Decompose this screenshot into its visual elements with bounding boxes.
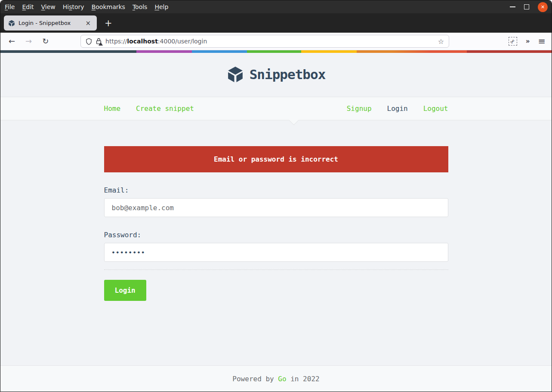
snippetbox-favicon-icon xyxy=(8,20,15,27)
minimize-button[interactable] xyxy=(510,6,515,7)
navigation-toolbar: ← → ↻ https://localhost:4000/user/login … xyxy=(0,33,552,50)
browser-window: File Edit View History Bookmarks Tools H… xyxy=(0,0,552,392)
nav-left-group: Home Create snippet xyxy=(104,104,194,113)
email-label: Email: xyxy=(104,186,448,194)
close-tab-icon[interactable]: × xyxy=(83,19,93,27)
toolbar-right-icons: ✂ » ≡ xyxy=(509,36,546,46)
url-host: localhost xyxy=(127,38,158,45)
nav-link-create-snippet[interactable]: Create snippet xyxy=(136,104,194,113)
lock-warning-icon[interactable] xyxy=(96,38,102,45)
flash-error-banner: Email or password is incorrect xyxy=(104,146,448,172)
nav-link-signup[interactable]: Signup xyxy=(347,104,372,113)
go-link[interactable]: Go xyxy=(278,375,286,383)
menu-file[interactable]: File xyxy=(5,0,15,13)
main-content: Email or password is incorrect Email: Pa… xyxy=(0,120,552,365)
tab-title: Login - Snippetbox xyxy=(19,20,80,26)
tab-login-snippetbox[interactable]: Login - Snippetbox × xyxy=(4,15,97,31)
site-nav: Home Create snippet Signup Login Logout xyxy=(0,97,552,120)
login-button[interactable]: Login xyxy=(104,280,146,301)
password-field[interactable] xyxy=(104,243,448,262)
back-button[interactable]: ← xyxy=(6,37,17,45)
new-tab-button[interactable]: + xyxy=(105,18,112,28)
snippetbox-logo-icon xyxy=(227,66,244,83)
site-title: Snippetbox xyxy=(250,67,326,82)
bookmark-star-icon[interactable]: ☆ xyxy=(438,37,444,46)
brand-logo[interactable]: Snippetbox xyxy=(227,66,326,83)
menu-tools[interactable]: Tools xyxy=(133,0,148,13)
footer-text: Powered by Go in 2022 xyxy=(232,375,319,383)
reload-button[interactable]: ↻ xyxy=(40,37,51,45)
url-scheme: https:// xyxy=(105,38,127,45)
menu-history[interactable]: History xyxy=(63,0,84,13)
url-path: :4000/user/login xyxy=(158,38,207,45)
form-divider xyxy=(104,270,448,270)
menu-view[interactable]: View xyxy=(41,0,56,13)
site-footer: Powered by Go in 2022 xyxy=(0,365,552,392)
email-field[interactable] xyxy=(104,198,448,217)
menu-bookmarks[interactable]: Bookmarks xyxy=(92,0,125,13)
nav-right-group: Signup Login Logout xyxy=(347,104,448,113)
window-controls: ✕ xyxy=(510,0,548,13)
site-header: Snippetbox xyxy=(0,53,552,97)
nav-link-home[interactable]: Home xyxy=(104,104,121,113)
tab-bar: Login - Snippetbox × + xyxy=(0,13,552,33)
forward-button[interactable]: → xyxy=(23,37,34,45)
login-form: Email: Password: Login xyxy=(104,186,448,301)
nav-link-login[interactable]: Login xyxy=(387,104,408,113)
shield-icon[interactable] xyxy=(86,38,92,45)
menu-help[interactable]: Help xyxy=(154,0,168,13)
close-window-button[interactable]: ✕ xyxy=(538,2,548,12)
maximize-button[interactable] xyxy=(524,4,529,9)
page-viewport: Snippetbox Home Create snippet Signup Lo… xyxy=(0,53,552,392)
url-text: https://localhost:4000/user/login xyxy=(105,38,434,45)
menu-bar: File Edit View History Bookmarks Tools H… xyxy=(0,0,552,13)
screenshot-scissors-icon[interactable]: ✂ xyxy=(509,37,517,46)
url-bar[interactable]: https://localhost:4000/user/login ☆ xyxy=(80,35,449,48)
password-label: Password: xyxy=(104,231,448,239)
overflow-chevron-icon[interactable]: » xyxy=(526,37,530,45)
nav-link-logout[interactable]: Logout xyxy=(423,104,448,113)
app-menu-icon[interactable]: ≡ xyxy=(538,36,546,46)
menu-edit[interactable]: Edit xyxy=(22,0,34,13)
